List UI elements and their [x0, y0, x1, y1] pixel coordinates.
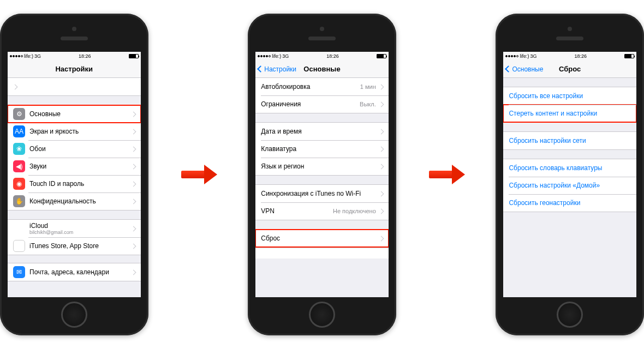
phone-frame-1: life:) 3G 18:26 Настройки ⚙ОсновныеAAЭкр… [0, 14, 148, 335]
row-value: Выкл. [360, 101, 376, 107]
settings-row[interactable]: Сбросить настройки «Домой» [503, 177, 636, 194]
settings-row[interactable]: ☁iCloudbilchikh@gmail.com [8, 220, 141, 237]
row-label: Конфиденциальность [29, 197, 132, 205]
nav-bar: Настройки [8, 61, 141, 78]
home-button[interactable] [557, 302, 583, 328]
signal-type: 3G [530, 53, 536, 59]
status-bar: life:) 3G 18:26 [503, 52, 636, 61]
screen-reset: life:) 3G 18:26 Основные Сброс Сбросить … [503, 52, 636, 297]
speaker-grill [61, 37, 88, 40]
camera-icon [320, 27, 324, 31]
row-value: 1 мин [360, 83, 376, 90]
appstore-icon: Ⓐ [13, 240, 25, 252]
clock: 18:26 [574, 53, 587, 59]
row-label: Сбросить все настройки [509, 92, 631, 100]
signal-type: 3G [34, 53, 41, 59]
nav-bar: Основные Сброс [503, 61, 636, 78]
settings-row[interactable]: Сброс [255, 230, 389, 247]
settings-row[interactable]: ✋Конфиденциальность [8, 192, 141, 210]
gear-icon: ⚙ [13, 108, 25, 120]
chevron-right-icon [130, 198, 136, 204]
carrier-label: life:) [272, 53, 281, 59]
signal-dots-icon [10, 55, 23, 57]
settings-row[interactable]: ◉Touch ID и пароль [8, 175, 141, 192]
chevron-right-icon [378, 101, 384, 107]
chevron-right-icon [378, 208, 384, 214]
row-label: Звуки [29, 163, 132, 170]
status-bar: life:) 3G 18:26 [8, 52, 141, 61]
row-label: Язык и регион [261, 163, 379, 170]
settings-row[interactable]: ❀Обои [8, 140, 141, 158]
phone-frame-3: life:) 3G 18:26 Основные Сброс Сбросить … [496, 14, 644, 335]
chevron-right-icon [130, 111, 136, 117]
row-label: Сбросить настройки сети [509, 137, 631, 145]
row-label: Стереть контент и настройки [509, 110, 631, 117]
settings-row[interactable]: Сбросить все настройки [503, 87, 636, 105]
settings-row[interactable]: ✉Почта, адреса, календари [8, 263, 141, 281]
chevron-right-icon [378, 164, 384, 169]
status-bar: life:) 3G 18:26 [255, 52, 389, 61]
settings-row[interactable]: AAЭкран и яркость [8, 123, 141, 140]
settings-row[interactable]: Язык и регион [255, 158, 389, 175]
row-label: Ограничения [261, 100, 360, 108]
chevron-right-icon [378, 146, 384, 152]
content-area[interactable]: ⚙ОсновныеAAЭкран и яркость❀Обои◀︎)Звуки◉… [8, 78, 141, 297]
aa-icon: AA [13, 125, 25, 137]
back-button[interactable]: Настройки [258, 65, 296, 73]
settings-row[interactable]: ⚙Основные [8, 105, 141, 123]
row-cut[interactable] [8, 78, 141, 95]
settings-row[interactable]: Стереть контент и настройки [503, 105, 636, 122]
carrier-label: life:) [24, 53, 33, 59]
home-button[interactable] [309, 302, 335, 328]
row-label: Сбросить настройки «Домой» [509, 182, 631, 189]
content-area[interactable]: Автоблокировка1 минОграниченияВыкл. Дата… [255, 78, 389, 297]
carrier-label: life:) [520, 53, 529, 59]
settings-row[interactable]: Сбросить геонастройки [503, 194, 636, 212]
settings-row[interactable]: Сбросить настройки сети [503, 132, 636, 149]
row-label: Экран и яркость [29, 128, 132, 135]
row-label: Сбросить словарь клавиатуры [509, 164, 631, 172]
settings-row[interactable]: Автоблокировка1 мин [255, 78, 389, 95]
settings-row[interactable]: Дата и время [255, 123, 389, 140]
settings-row[interactable]: VPNНе подключено [255, 202, 389, 220]
page-title: Сброс [559, 65, 581, 73]
page-title: Настройки [55, 65, 93, 73]
battery-icon [624, 54, 634, 58]
chevron-right-icon [378, 236, 384, 241]
nav-bar: Настройки Основные [255, 61, 389, 78]
battery-icon [377, 54, 386, 58]
row-label: Почта, адреса, календари [29, 268, 132, 276]
settings-row[interactable]: Синхронизация с iTunes по Wi-Fi [255, 185, 389, 202]
row-label: VPN [261, 207, 333, 215]
back-button[interactable]: Основные [506, 65, 543, 73]
signal-type: 3G [282, 53, 289, 59]
settings-row[interactable]: ОграниченияВыкл. [255, 95, 389, 113]
arrow-icon [181, 166, 216, 183]
arrow-icon [429, 166, 463, 183]
screen-general: life:) 3G 18:26 Настройки Основные Автоб… [255, 52, 389, 297]
chevron-right-icon [130, 164, 136, 169]
speaker-grill [556, 37, 583, 40]
clock: 18:26 [326, 53, 339, 59]
chevron-right-icon [130, 226, 136, 231]
sound-icon: ◀︎) [13, 160, 25, 172]
camera-icon [72, 27, 76, 31]
chevron-right-icon [378, 84, 384, 89]
touchid-icon: ◉ [13, 178, 25, 190]
phone-frame-2: life:) 3G 18:26 Настройки Основные Автоб… [248, 14, 396, 335]
settings-row[interactable]: Сбросить словарь клавиатуры [503, 159, 636, 177]
settings-row[interactable]: ◀︎)Звуки [8, 158, 141, 175]
row-label: iTunes Store, App Store [29, 242, 132, 250]
content-area[interactable]: Сбросить все настройкиСтереть контент и … [503, 78, 636, 297]
row-label: Обои [29, 145, 132, 153]
privacy-icon: ✋ [13, 195, 25, 207]
icloud-icon: ☁ [13, 222, 25, 234]
chevron-right-icon [130, 129, 136, 134]
settings-row[interactable]: ⒶiTunes Store, App Store [8, 237, 141, 255]
row-label: Основные [29, 110, 132, 118]
chevron-right-icon [130, 269, 136, 275]
clock: 18:26 [79, 53, 91, 59]
home-button[interactable] [61, 302, 87, 328]
row-label: iCloudbilchikh@gmail.com [29, 222, 132, 235]
settings-row[interactable]: Клавиатура [255, 140, 389, 158]
